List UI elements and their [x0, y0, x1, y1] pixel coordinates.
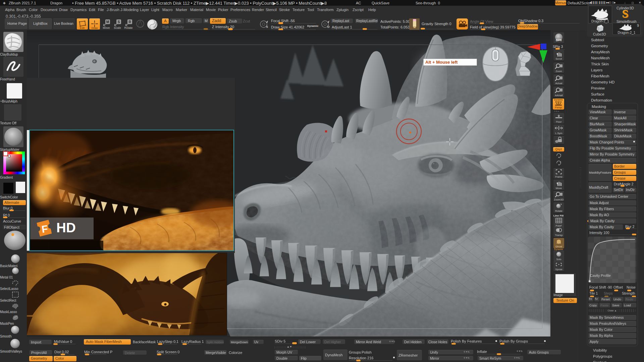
svg-text:Draw: Draw [92, 26, 98, 29]
svg-text:Scale: Scale [114, 26, 121, 29]
svg-text:Edit: Edit [80, 26, 85, 29]
svg-text:Z: Z [560, 161, 561, 163]
svg-text:Move: Move [103, 26, 110, 29]
svg-text:Y: Y [560, 154, 561, 156]
svg-text:R: R [128, 20, 131, 24]
svg-text:S: S [266, 25, 268, 28]
svg-text:Rotate: Rotate [124, 26, 132, 29]
svg-text:S: S [118, 20, 120, 24]
svg-text:D: D [327, 25, 330, 28]
svg-text:M: M [106, 20, 109, 24]
